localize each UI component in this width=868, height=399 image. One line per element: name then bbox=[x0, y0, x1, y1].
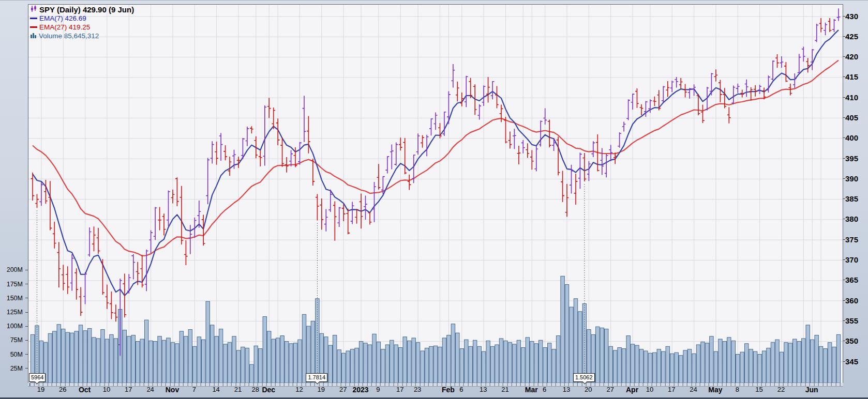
volume-bar bbox=[385, 345, 389, 383]
volume-bar bbox=[482, 351, 485, 383]
volume-bar bbox=[433, 346, 437, 383]
volume-bar bbox=[710, 336, 713, 383]
volume-bar bbox=[578, 312, 582, 383]
volume-bar bbox=[626, 336, 630, 383]
volume-bar bbox=[683, 350, 687, 383]
volume-bar bbox=[289, 344, 293, 383]
price-axis-label: 385 bbox=[845, 194, 868, 203]
volume-bar bbox=[232, 336, 236, 383]
volume-bar bbox=[692, 354, 696, 383]
volume-bar bbox=[83, 331, 87, 383]
volume-bar bbox=[276, 338, 280, 383]
price-axis-label: 405 bbox=[845, 113, 868, 122]
date-axis-label: 12 bbox=[295, 386, 303, 393]
volume-bar bbox=[346, 351, 350, 383]
volume-axis-label: 25M bbox=[0, 364, 26, 373]
volume-bar bbox=[175, 344, 179, 383]
volume-bar bbox=[666, 346, 669, 383]
page-title: SPY (Daily) 429.90 (9 Jun) bbox=[39, 5, 134, 14]
price-axis-label: 415 bbox=[845, 72, 868, 81]
volume-bar bbox=[145, 320, 148, 383]
volume-bar bbox=[153, 342, 157, 383]
volume-bar bbox=[188, 330, 192, 383]
volume-bar bbox=[618, 348, 621, 383]
volume-bar bbox=[657, 349, 661, 383]
volume-bar bbox=[158, 336, 161, 383]
volume-bar bbox=[758, 355, 761, 383]
volume-bar bbox=[408, 341, 411, 383]
callout-1.5062: 1.5062 bbox=[573, 373, 595, 382]
price-axis-label: 375 bbox=[845, 235, 868, 244]
volume-bar bbox=[675, 352, 678, 383]
volume-axis-label: 75M bbox=[0, 336, 26, 344]
date-axis-label: 24 bbox=[690, 386, 697, 393]
volume-bar bbox=[687, 349, 691, 383]
volume-bar bbox=[193, 346, 197, 383]
date-axis-label: 15 bbox=[755, 386, 762, 393]
date-axis-label: 13 bbox=[563, 386, 570, 393]
volume-bar bbox=[92, 337, 96, 383]
volume-bar bbox=[328, 345, 332, 383]
legend-volume: Volume 85,645,312 bbox=[30, 32, 134, 40]
volume-bar bbox=[377, 342, 380, 383]
date-axis-label: 17 bbox=[396, 386, 403, 393]
date-axis-label: Dec bbox=[262, 386, 275, 394]
volume-bar bbox=[499, 339, 503, 383]
volume-bar bbox=[486, 341, 490, 383]
volume-bar bbox=[574, 299, 577, 383]
volume-axis-label: 150M bbox=[0, 294, 26, 302]
date-axis-label: 10 bbox=[646, 386, 653, 393]
volume-bar bbox=[79, 325, 82, 383]
volume-bar bbox=[788, 343, 792, 383]
date-axis-label: 6 bbox=[543, 386, 546, 393]
date-axis-label: 6 bbox=[459, 386, 463, 393]
volume-bar bbox=[521, 348, 525, 383]
volume-bar bbox=[644, 351, 648, 383]
price-axis-label: 360 bbox=[845, 296, 868, 305]
volume-bar bbox=[679, 356, 683, 383]
ema27-line-swatch-icon bbox=[30, 26, 37, 28]
volume-bar bbox=[696, 345, 700, 383]
volume-bar bbox=[206, 301, 209, 383]
volume-bar bbox=[723, 342, 726, 383]
plot-area bbox=[28, 4, 843, 383]
date-axis-label: 14 bbox=[212, 386, 219, 393]
date-axis-label: 21 bbox=[501, 386, 508, 393]
legend-ema7: EMA(7) 426.69 bbox=[30, 14, 134, 23]
volume-bar bbox=[179, 331, 183, 383]
volume-bar bbox=[605, 329, 608, 383]
volume-bar bbox=[793, 339, 797, 383]
volume-bar bbox=[228, 343, 231, 383]
volume-bar bbox=[57, 325, 61, 383]
volume-label: Volume 85,645,312 bbox=[39, 32, 99, 40]
volume-bar bbox=[570, 307, 573, 383]
volume-bar bbox=[477, 346, 481, 383]
volume-bar bbox=[412, 338, 415, 383]
volume-bar bbox=[140, 339, 144, 383]
volume-bar bbox=[701, 342, 705, 383]
volume-bar bbox=[267, 331, 271, 383]
volume-bar bbox=[66, 332, 69, 383]
price-axis-label: 380 bbox=[845, 214, 868, 223]
date-axis-label: 21 bbox=[234, 386, 242, 393]
volume-bar bbox=[600, 328, 604, 383]
price-axis-label: 395 bbox=[845, 154, 868, 163]
volume-bar bbox=[202, 340, 205, 383]
volume-bars bbox=[31, 276, 840, 383]
volume-bar bbox=[350, 349, 354, 383]
price-axis-label: 425 bbox=[845, 32, 868, 41]
volume-bar bbox=[508, 343, 512, 383]
volume-bar bbox=[245, 348, 249, 383]
volume-bar bbox=[162, 340, 166, 383]
date-axis-label: 17 bbox=[125, 386, 132, 393]
volume-bar bbox=[534, 344, 538, 383]
legend-ema27: EMA(27) 419.25 bbox=[30, 23, 134, 32]
volume-bar bbox=[582, 304, 586, 383]
volume-bar bbox=[123, 330, 126, 383]
volume-bars-icon bbox=[30, 32, 37, 40]
volume-bar bbox=[635, 345, 639, 383]
volume-bar bbox=[342, 353, 346, 383]
volume-bar bbox=[543, 348, 547, 383]
date-axis-label: 22 bbox=[777, 386, 785, 393]
volume-bar bbox=[832, 347, 836, 383]
